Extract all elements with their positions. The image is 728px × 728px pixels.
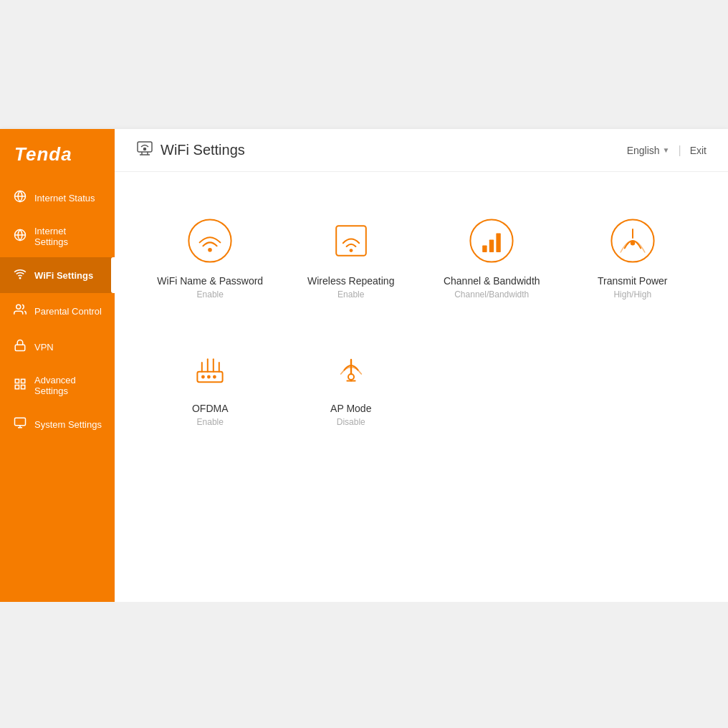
page-title: WiFi Settings [161, 142, 245, 158]
settings-grid: WiFi Name & Password Enable Wireless Rep… [115, 172, 728, 470]
sidebar-item-internet-status[interactable]: Internet Status [0, 180, 115, 216]
sidebar: Tenda Internet Status [0, 129, 115, 602]
svg-point-17 [208, 248, 212, 252]
card-transmit-power[interactable]: Transmit Power High/High [566, 201, 700, 314]
parental-icon [13, 303, 27, 319]
svg-point-36 [348, 374, 354, 380]
topbar-divider: | [679, 144, 681, 157]
card-subtitle: Enable [337, 289, 364, 300]
sidebar-item-label: WiFi Settings [34, 270, 93, 281]
card-subtitle: Disable [337, 417, 365, 427]
svg-point-5 [16, 305, 21, 309]
svg-point-32 [201, 375, 205, 379]
card-subtitle: Channel/Bandwidth [454, 289, 529, 300]
card-subtitle: Enable [197, 289, 224, 300]
card-subtitle: Enable [197, 417, 224, 427]
card-title: Transmit Power [598, 275, 668, 287]
globe-icon [13, 190, 27, 206]
svg-rect-6 [15, 345, 25, 350]
page-wifi-icon [136, 140, 153, 161]
svg-rect-11 [15, 418, 26, 426]
sidebar-item-vpn[interactable]: VPN [0, 329, 115, 365]
svg-point-16 [189, 219, 231, 262]
sidebar-item-advanced-settings[interactable]: Advanced Settings [0, 365, 115, 406]
topbar: WiFi Settings English ▼ | Exit [115, 129, 728, 172]
card-ap-mode[interactable]: AP Mode Disable [284, 328, 418, 441]
svg-point-19 [349, 249, 353, 252]
ap-mode-icon [325, 343, 377, 394]
brand-logo: Tenda [0, 129, 115, 180]
vpn-icon [13, 339, 27, 355]
sidebar-item-internet-settings[interactable]: Internet Settings [0, 216, 115, 257]
sidebar-item-system-settings[interactable]: System Settings [0, 406, 115, 442]
card-wifi-name-password[interactable]: WiFi Name & Password Enable [143, 201, 277, 314]
transmit-power-icon [607, 215, 658, 267]
card-ofdma[interactable]: OFDMA Enable [143, 328, 277, 441]
sidebar-item-label: Internet Status [34, 193, 95, 203]
sidebar-item-wifi-settings[interactable]: WiFi Settings [0, 257, 115, 293]
svg-point-34 [213, 375, 216, 379]
card-subtitle: High/High [613, 289, 651, 300]
chevron-down-icon: ▼ [663, 146, 670, 154]
advanced-icon [13, 378, 27, 393]
card-channel-bandwidth[interactable]: Channel & Bandwidth Channel/Bandwidth [425, 201, 559, 314]
sidebar-item-label: Advanced Settings [34, 375, 102, 396]
wireless-repeating-icon [325, 215, 377, 267]
wifi-icon [13, 267, 27, 283]
card-title: AP Mode [330, 403, 371, 414]
main-content: WiFi Settings English ▼ | Exit [115, 129, 728, 602]
wifi-name-icon [184, 215, 236, 267]
svg-rect-7 [15, 379, 19, 383]
ofdma-icon [184, 343, 236, 394]
channel-bandwidth-icon [466, 215, 517, 267]
svg-point-25 [631, 241, 635, 245]
svg-point-15 [144, 148, 146, 150]
language-selector[interactable]: English ▼ [627, 145, 670, 156]
language-label: English [627, 145, 660, 156]
sidebar-item-label: System Settings [34, 419, 102, 430]
svg-point-4 [19, 277, 21, 279]
svg-rect-21 [482, 245, 487, 252]
system-icon [13, 416, 27, 432]
card-wireless-repeating[interactable]: Wireless Repeating Enable [284, 201, 418, 314]
svg-point-33 [207, 375, 211, 379]
sidebar-item-label: VPN [34, 342, 54, 353]
topbar-right: English ▼ | Exit [627, 144, 707, 157]
card-title: Channel & Bandwidth [444, 275, 540, 287]
svg-rect-23 [497, 234, 501, 252]
globe2-icon [13, 229, 27, 244]
svg-rect-8 [21, 379, 25, 383]
sidebar-item-label: Internet Settings [34, 226, 102, 247]
svg-rect-9 [21, 385, 25, 389]
sidebar-item-parental-control[interactable]: Parental Control [0, 293, 115, 329]
card-title: Wireless Repeating [307, 275, 394, 287]
exit-button[interactable]: Exit [690, 145, 707, 156]
svg-rect-10 [15, 385, 19, 389]
svg-rect-22 [489, 239, 494, 252]
page-title-group: WiFi Settings [136, 140, 245, 161]
card-title: WiFi Name & Password [157, 275, 263, 287]
sidebar-item-label: Parental Control [34, 306, 102, 317]
card-title: OFDMA [192, 403, 229, 414]
